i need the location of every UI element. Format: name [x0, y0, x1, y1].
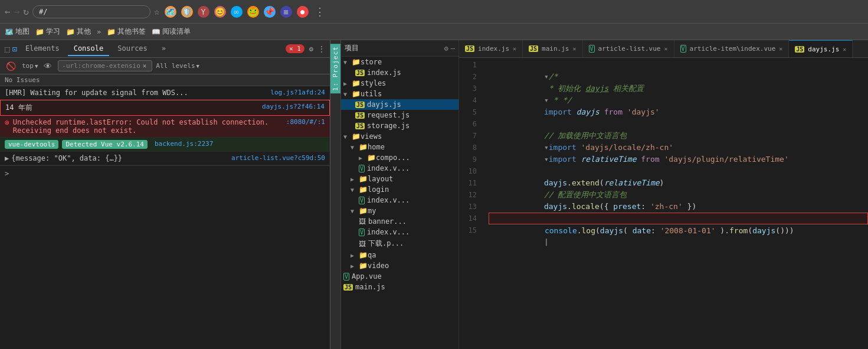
- console-panel: ⬚ ⊡ Elements Console Sources » ✕ 1 ⚙ ⋮ 🚫…: [0, 40, 330, 349]
- filter-input-area: -url:chrome-extensio ✕: [58, 60, 152, 71]
- url-bar[interactable]: #/: [32, 5, 150, 18]
- tab-close-index-js[interactable]: ✕: [513, 45, 516, 52]
- editor-tab-index-js[interactable]: JS index.js ✕: [459, 40, 523, 57]
- tab-sources[interactable]: Sources: [112, 42, 153, 56]
- tree-header-icons: ⚙ —: [444, 44, 455, 53]
- detected-badge: Detected Vue v2.6.14: [62, 140, 147, 149]
- editor-tab-main-js[interactable]: JS main.js ✕: [523, 40, 582, 57]
- tree-item-my-index-vue[interactable]: V index.v...: [341, 227, 458, 237]
- editor-tab-article-item[interactable]: V article-item\index.vue ✕: [674, 40, 790, 57]
- line-numbers: 1 2 3 4 5 6 7 8 9 10 11 12 13 14 15: [459, 58, 483, 349]
- fold-icon-7[interactable]: ▾: [544, 143, 549, 152]
- tab-elements[interactable]: Elements: [19, 42, 65, 56]
- ext-icon-8[interactable]: ≡: [280, 6, 292, 18]
- fold-icon-8[interactable]: ▾: [544, 155, 549, 164]
- star-icon[interactable]: ☆: [154, 6, 160, 17]
- console-source-hmr[interactable]: log.js?1afd:24: [270, 89, 325, 96]
- tree-item-utils[interactable]: ▼ 📁 utils: [341, 89, 458, 99]
- tab-close-article-item[interactable]: ✕: [779, 45, 782, 52]
- file-tree: 项目 ⚙ — ▼ 📁 store JS index.js ▶ 📁 styles: [341, 40, 459, 349]
- ext-icon-4[interactable]: 😊: [214, 6, 226, 18]
- ext-icon-5[interactable]: ∞: [231, 6, 243, 18]
- devtools-icon-inspect[interactable]: ⬚: [5, 44, 9, 54]
- forward-btn[interactable]: →: [14, 6, 20, 17]
- devtools-panel: ⬚ ⊡ Elements Console Sources » ✕ 1 ⚙ ⋮ 🚫…: [0, 40, 868, 349]
- tree-item-styles[interactable]: ▶ 📁 styles: [341, 78, 458, 89]
- tab-console[interactable]: Console: [68, 42, 110, 56]
- tree-item-qa[interactable]: ▶ 📁 qa: [341, 250, 458, 260]
- no-issues-bar: No Issues: [0, 74, 330, 86]
- vue-file-icon-2: V: [359, 197, 365, 204]
- ext-icon-1[interactable]: 🗺️: [165, 6, 176, 18]
- js-file-icon-storage: JS: [355, 123, 365, 129]
- tree-item-store[interactable]: ▼ 📁 store: [341, 57, 458, 67]
- fold-icon-3[interactable]: ▾: [544, 96, 549, 105]
- editor-tab-article-list[interactable]: V article-list.vue ✕: [583, 40, 674, 57]
- back-btn[interactable]: ←: [5, 6, 11, 17]
- bookmark-reading[interactable]: 📖 阅读清单: [152, 27, 191, 37]
- tree-settings-icon[interactable]: ⚙: [444, 44, 448, 53]
- tree-item-home-index-vue[interactable]: V index.v...: [341, 163, 458, 174]
- filter-clear-btn[interactable]: ✕: [143, 62, 147, 70]
- console-source-object[interactable]: article-list.vue?c59d:50: [231, 154, 325, 162]
- tree-item-views[interactable]: ▼ 📁 views: [341, 131, 458, 142]
- console-prompt: >: [0, 165, 330, 181]
- tree-item-main-js[interactable]: JS main.js: [341, 282, 458, 292]
- folder-icon-compo: 📁: [367, 154, 376, 162]
- console-entry-highlighted: 14 年前 dayjs.js?2f46:14: [0, 100, 330, 116]
- ext-icon-9[interactable]: ●: [297, 6, 309, 18]
- bookmark-all[interactable]: 📁 其他书签: [107, 27, 146, 37]
- tree-item-home[interactable]: ▼ 📁 home: [341, 142, 458, 152]
- tree-item-dayjs-js[interactable]: JS dayjs.js: [341, 99, 458, 110]
- tree-item-layout[interactable]: ▶ 📁 layout: [341, 174, 458, 184]
- reload-btn[interactable]: ↻: [23, 6, 29, 17]
- top-context-btn[interactable]: top ▼: [22, 62, 38, 70]
- tab-icon-index-js: JS: [465, 45, 474, 52]
- settings-icon[interactable]: ⚙: [309, 45, 313, 53]
- tree-item-banner[interactable]: 🖼 banner...: [341, 216, 458, 227]
- ext-icon-3[interactable]: Y: [198, 6, 209, 18]
- tab-more[interactable]: »: [156, 42, 172, 56]
- console-source-error[interactable]: :8080/#/:1: [286, 118, 325, 126]
- bookmark-study[interactable]: 📁 学习: [35, 27, 60, 37]
- tree-item-my[interactable]: ▼ 📁 my: [341, 206, 458, 216]
- tree-item-app-vue[interactable]: V App.vue: [341, 271, 458, 282]
- editor-tab-dayjs[interactable]: JS dayjs.js ✕: [789, 40, 853, 57]
- devtools-icon-cursor[interactable]: ⊡: [12, 44, 17, 54]
- tree-item-download-img[interactable]: 🖼 下载.p...: [341, 237, 458, 250]
- tree-item-index-js-store[interactable]: JS index.js: [341, 67, 458, 78]
- tree-item-storage-js[interactable]: JS storage.js: [341, 120, 458, 131]
- tree-item-compo[interactable]: ▶ 📁 compo...: [341, 152, 458, 163]
- bookmark-other[interactable]: 📁 其他: [66, 27, 91, 37]
- tree-item-video[interactable]: ▶ 📁 video: [341, 260, 458, 271]
- browser-bar: ← → ↻ #/ ☆ 🗺️ 🛡️ Y 😊 ∞ 🐸 📌 ≡ ● ⋮: [0, 0, 868, 24]
- console-output: [HMR] Waiting for update signal from WDS…: [0, 86, 330, 349]
- console-source-highlighted[interactable]: dayjs.js?2f46:14: [262, 103, 325, 110]
- console-source-vue[interactable]: backend.js:2237: [155, 140, 213, 148]
- ext-icon-7[interactable]: 📌: [264, 6, 276, 18]
- ext-icon-6[interactable]: 🐸: [247, 6, 259, 18]
- eye-icon[interactable]: 👁: [41, 60, 54, 72]
- more-options-icon[interactable]: ⋮: [318, 45, 325, 53]
- menu-btn[interactable]: ⋮: [315, 5, 325, 18]
- tree-item-login[interactable]: ▼ 📁 login: [341, 184, 458, 195]
- tab-close-dayjs[interactable]: ✕: [843, 46, 846, 53]
- ext-icon-2[interactable]: 🛡️: [181, 6, 193, 18]
- tree-item-login-index-vue[interactable]: V index.v...: [341, 195, 458, 206]
- tab-close-article-list[interactable]: ✕: [664, 45, 668, 52]
- folder-icon-login: 📁: [359, 185, 368, 194]
- bookmark-map[interactable]: 🗺️ 地图: [5, 27, 30, 37]
- arrow-expand-icon[interactable]: ▶: [5, 154, 9, 162]
- bookmark-more[interactable]: »: [97, 28, 101, 36]
- levels-dropdown[interactable]: All levels ▼: [156, 62, 199, 70]
- tab-close-main-js[interactable]: ✕: [572, 45, 576, 52]
- code-lines: ▾/* * 初始化 dayjs 相关配置 ▾ * */ import dayjs…: [483, 58, 868, 349]
- code-line-1: ▾/*: [489, 59, 868, 71]
- tree-item-request-js[interactable]: JS request.js: [341, 110, 458, 120]
- code-content: 1 2 3 4 5 6 7 8 9 10 11 12 13 14 15: [459, 58, 868, 349]
- code-line-6: // 加载使用中文语言包: [489, 118, 868, 130]
- clear-console-btn[interactable]: 🚫: [4, 60, 18, 72]
- fold-icon-1[interactable]: ▾: [544, 72, 549, 81]
- tab-icon-dayjs: JS: [795, 46, 804, 53]
- tree-minus-icon[interactable]: —: [451, 44, 455, 53]
